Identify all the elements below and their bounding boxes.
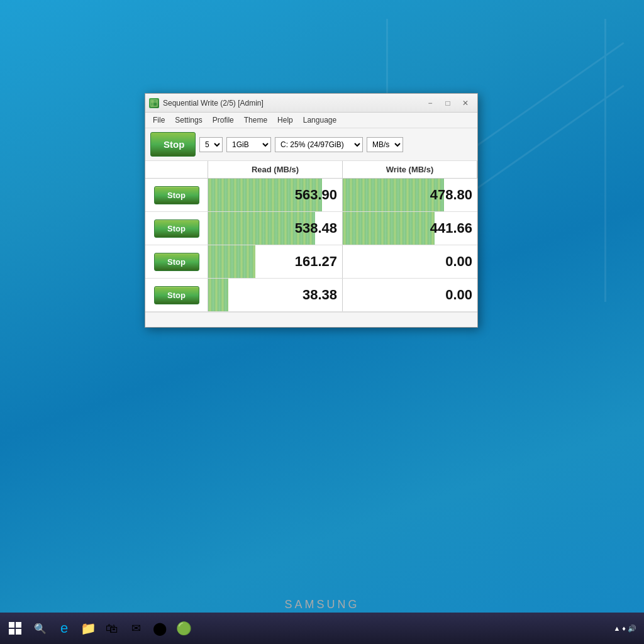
- stop-button-2[interactable]: Stop: [154, 219, 199, 238]
- start-button[interactable]: [3, 616, 28, 641]
- menu-help[interactable]: Help: [272, 114, 298, 126]
- menu-settings[interactable]: Settings: [170, 114, 207, 126]
- mail-icon: ✉: [131, 621, 141, 635]
- taskbar-chrome[interactable]: ⬤: [148, 617, 171, 640]
- read-cell-4: 38.38: [208, 279, 343, 311]
- svg-rect-0: [151, 100, 157, 106]
- win-logo-br: [16, 629, 21, 635]
- stop-cell-4: Stop: [145, 279, 208, 311]
- count-select[interactable]: 5 3 1: [199, 137, 223, 152]
- menu-file[interactable]: File: [148, 114, 170, 126]
- read-cell-2: 538.48: [208, 212, 343, 245]
- chrome-icon: ⬤: [153, 621, 167, 636]
- taskbar-mail[interactable]: ✉: [125, 617, 147, 640]
- taskbar-search[interactable]: 🔍: [29, 617, 52, 640]
- taskbar-edge[interactable]: e: [53, 617, 75, 640]
- taskbar-clock: ▲ ♦ 🔊: [608, 625, 641, 633]
- write-cell-2: 441.66: [343, 212, 477, 245]
- read-value-4: 38.38: [213, 287, 337, 303]
- menu-language[interactable]: Language: [298, 114, 341, 126]
- table-header: Read (MB/s) Write (MB/s): [145, 161, 477, 179]
- menu-theme[interactable]: Theme: [239, 114, 272, 126]
- drive-select[interactable]: C: 25% (24/97GiB): [275, 137, 363, 152]
- read-cell-1: 563.90: [208, 179, 343, 211]
- menu-bar: File Settings Profile Theme Help Languag…: [145, 113, 477, 128]
- taskbar-app-green[interactable]: 🟢: [172, 617, 195, 640]
- win-logo-tr: [16, 622, 21, 628]
- green-app-icon: 🟢: [176, 621, 192, 636]
- maximize-button[interactable]: □: [440, 97, 456, 109]
- search-icon: 🔍: [34, 623, 47, 635]
- write-value-3: 0.00: [348, 253, 472, 270]
- read-value-3: 161.27: [213, 253, 337, 270]
- samsung-logo: SAMSUNG: [284, 598, 359, 611]
- main-stop-button[interactable]: Stop: [150, 132, 196, 157]
- stop-cell-3: Stop: [145, 245, 208, 278]
- table-row: Stop 563.90 478.80: [145, 179, 477, 212]
- stop-button-3[interactable]: Stop: [154, 253, 199, 271]
- status-bar: [145, 312, 477, 327]
- col-button-header: [145, 161, 208, 178]
- app-window: Sequential Write (2/5) [Admin] − □ ✕ Fil…: [145, 93, 478, 328]
- taskbar-explorer[interactable]: 📁: [77, 617, 99, 640]
- taskbar-store[interactable]: 🛍: [101, 617, 123, 640]
- windows-logo: [9, 622, 21, 635]
- menu-profile[interactable]: Profile: [208, 114, 239, 126]
- results-table: Read (MB/s) Write (MB/s) Stop 563.90 478…: [145, 161, 477, 312]
- toolbar: Stop 5 3 1 1GiB 512MiB C: 25% (24/97GiB)…: [145, 128, 477, 161]
- taskbar: 🔍 e 📁 🛍 ✉ ⬤ 🟢 ▲ ♦ 🔊: [0, 613, 644, 644]
- edge-icon: e: [60, 620, 68, 636]
- read-value-1: 563.90: [213, 187, 337, 203]
- write-cell-4: 0.00: [343, 279, 477, 311]
- app-icon: [149, 98, 159, 108]
- read-value-2: 538.48: [213, 220, 337, 236]
- unit-select[interactable]: MB/s GB/s: [367, 137, 403, 152]
- table-row: Stop 161.27 0.00: [145, 245, 477, 279]
- window-title: Sequential Write (2/5) [Admin]: [163, 99, 422, 108]
- win-logo-bl: [9, 629, 14, 635]
- clock-time: ▲ ♦ 🔊: [613, 625, 636, 633]
- title-bar: Sequential Write (2/5) [Admin] − □ ✕: [145, 94, 477, 113]
- write-cell-3: 0.00: [343, 245, 477, 278]
- write-cell-1: 478.80: [343, 179, 477, 211]
- close-button[interactable]: ✕: [457, 97, 474, 109]
- read-cell-3: 161.27: [208, 245, 343, 278]
- col-read-header: Read (MB/s): [208, 161, 343, 178]
- stop-button-4[interactable]: Stop: [154, 286, 199, 304]
- table-row: Stop 38.38 0.00: [145, 279, 477, 312]
- stop-cell-2: Stop: [145, 212, 208, 245]
- window-controls: − □ ✕: [422, 97, 474, 109]
- folder-icon: 📁: [80, 621, 96, 636]
- stop-cell-1: Stop: [145, 179, 208, 211]
- write-value-4: 0.00: [348, 287, 472, 303]
- win-logo-tl: [9, 622, 14, 628]
- size-select[interactable]: 1GiB 512MiB: [226, 137, 271, 152]
- write-value-2: 441.66: [348, 220, 472, 236]
- write-value-1: 478.80: [348, 187, 472, 203]
- table-row: Stop 538.48 441.66: [145, 212, 477, 245]
- minimize-button[interactable]: −: [422, 97, 438, 109]
- store-icon: 🛍: [106, 621, 118, 636]
- col-write-header: Write (MB/s): [343, 161, 477, 178]
- desktop: Sequential Write (2/5) [Admin] − □ ✕ Fil…: [0, 0, 644, 644]
- stop-button-1[interactable]: Stop: [154, 186, 199, 204]
